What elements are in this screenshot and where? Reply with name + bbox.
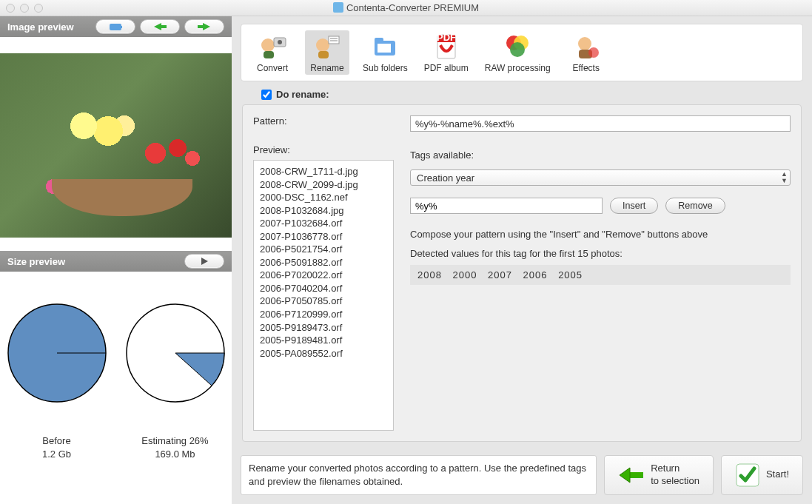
close-window-button[interactable]: [6, 4, 15, 13]
before-value: 1.2 Gb: [42, 448, 71, 461]
svg-rect-32: [628, 472, 643, 478]
next-image-button[interactable]: [184, 19, 224, 34]
size-preview-play-button[interactable]: [184, 254, 224, 269]
preview-file-item: 2008-P1032684.jpg: [260, 204, 387, 218]
remove-button[interactable]: Remove: [665, 198, 725, 214]
svg-rect-15: [318, 51, 329, 58]
estimating-value: 169.0 Mb: [141, 448, 208, 461]
tab-pdf-album[interactable]: PDF PDF album: [421, 30, 472, 75]
select-arrows-icon: ▲▼: [781, 171, 788, 184]
preview-file-item: 2000-DSC_1162.nef: [260, 191, 387, 204]
rename-panel: Pattern: Preview: 2008-CRW_1711-d.jpg200…: [242, 104, 802, 442]
svg-point-13: [278, 40, 282, 44]
pattern-label: Pattern:: [253, 115, 394, 127]
svg-marker-31: [620, 468, 630, 483]
size-preview-title: Size preview: [7, 256, 65, 267]
preview-file-item: 2006-P5091882.orf: [260, 256, 387, 269]
after-pie-chart: [124, 301, 227, 405]
pdf-icon: PDF: [432, 32, 461, 61]
return-button[interactable]: Returnto selection: [604, 455, 714, 495]
tab-rename[interactable]: Rename: [305, 30, 349, 75]
svg-marker-6: [201, 258, 208, 265]
svg-rect-21: [378, 44, 391, 53]
folder-icon: [370, 32, 400, 61]
zoom-window-button[interactable]: [34, 4, 43, 13]
app-icon: [333, 2, 343, 13]
tag-token-input[interactable]: [410, 198, 603, 214]
svg-rect-1: [118, 26, 122, 28]
main-panel: Convert Rename Sub folders PDF PDF album: [232, 16, 812, 504]
rename-icon: [312, 32, 342, 61]
preview-file-item: 2005-P9189481.orf: [260, 334, 387, 347]
preview-file-item: 2007-P1032684.orf: [260, 217, 387, 230]
tab-subfolders[interactable]: Sub folders: [360, 30, 411, 75]
do-rename-input[interactable]: [261, 90, 272, 100]
tags-select[interactable]: Creation year: [410, 169, 791, 186]
svg-marker-2: [154, 23, 161, 30]
image-preview: [0, 53, 232, 238]
do-rename-checkbox[interactable]: Do rename:: [261, 89, 803, 100]
svg-rect-5: [198, 25, 204, 28]
raw-icon: [503, 32, 532, 61]
before-label: Before: [42, 434, 71, 448]
preview-file-item: 2007-P1036778.orf: [260, 230, 387, 243]
preview-file-item: 2005-PA089552.orf: [260, 347, 387, 360]
hint-text: Rename your converted photos according t…: [241, 455, 597, 495]
svg-text:PDF: PDF: [437, 32, 456, 43]
start-button[interactable]: Start!: [721, 455, 803, 495]
preview-file-item: 2006-P5021754.orf: [260, 243, 387, 256]
svg-rect-20: [375, 38, 383, 44]
preview-file-item: 2008-CRW_1711-d.jpg: [260, 165, 387, 178]
prev-image-button[interactable]: [140, 19, 180, 34]
toolbar: Convert Rename Sub folders PDF PDF album: [241, 24, 803, 81]
window-controls: [6, 4, 43, 13]
minimize-window-button[interactable]: [20, 4, 29, 13]
tab-convert[interactable]: Convert: [250, 30, 295, 75]
effects-icon: [571, 32, 601, 61]
insert-button[interactable]: Insert: [610, 198, 658, 214]
before-pie-chart: [5, 301, 109, 405]
tab-effects[interactable]: Effects: [564, 30, 608, 75]
svg-point-10: [261, 38, 275, 52]
svg-point-28: [578, 37, 591, 50]
detected-values: 2008 2000 2007 2006 2005: [410, 265, 791, 285]
zoom-mode-button[interactable]: [95, 19, 135, 34]
window-title: Contenta-Converter PREMIUM: [0, 2, 812, 13]
tab-raw[interactable]: RAW processing: [482, 30, 554, 75]
svg-point-27: [510, 42, 525, 57]
left-sidebar: Image preview Size preview: [0, 16, 232, 504]
preview-file-item: 2006-P7040204.orf: [260, 282, 387, 295]
svg-rect-3: [161, 25, 167, 28]
image-preview-header: Image preview: [0, 16, 232, 37]
filename-preview-list[interactable]: 2008-CRW_1711-d.jpg2008-CRW_2099-d.jpg20…: [253, 160, 394, 431]
compose-hint: Compose your pattern using the "Insert" …: [410, 227, 791, 242]
preview-file-item: 2006-P7020022.orf: [260, 269, 387, 282]
preview-file-item: 2008-CRW_2099-d.jpg: [260, 178, 387, 192]
svg-rect-11: [264, 51, 274, 58]
preview-file-item: 2005-P9189473.orf: [260, 321, 387, 335]
svg-point-30: [588, 47, 599, 58]
size-preview-header: Size preview: [0, 251, 232, 272]
detected-label: Detected values for this tag for the fir…: [410, 248, 791, 259]
pattern-input[interactable]: [410, 115, 791, 132]
svg-marker-4: [203, 23, 210, 30]
preview-file-item: 2006-P7050785.orf: [260, 295, 387, 308]
image-preview-title: Image preview: [7, 21, 74, 33]
titlebar: Contenta-Converter PREMIUM: [0, 0, 812, 16]
preview-label: Preview:: [253, 144, 394, 155]
arrow-left-icon: [618, 465, 645, 485]
svg-point-14: [316, 38, 329, 52]
estimating-label: Estimating 26%: [141, 434, 208, 448]
svg-rect-16: [329, 36, 339, 44]
preview-file-item: 2006-P7120999.orf: [260, 308, 387, 321]
tags-available-label: Tags available:: [410, 149, 791, 161]
checkmark-icon: [735, 463, 760, 488]
convert-icon: [258, 32, 287, 61]
